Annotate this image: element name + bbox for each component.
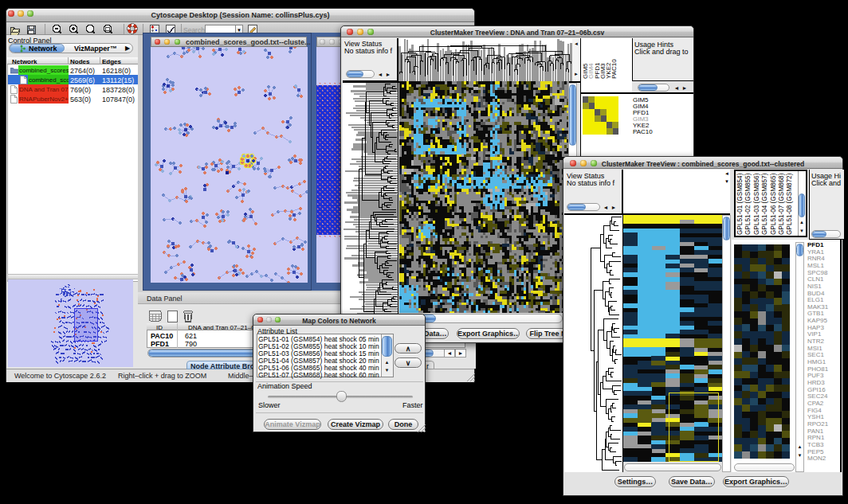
svg-text:GPL51-03 (GSM856): GPL51-03 (GSM856): [753, 173, 760, 235]
svg-text:GPL51-06 (GSM865): GPL51-06 (GSM865): [770, 173, 777, 235]
svg-text:GPL51-01 (GSM854): GPL51-01 (GSM854): [736, 173, 744, 235]
svg-text:GPL51-08 (GSM872): GPL51-08 (GSM872): [786, 173, 793, 235]
svg-text:GPL51-02 (GSM855): GPL51-02 (GSM855): [744, 173, 752, 235]
svg-text:PAC10: PAC10: [610, 59, 618, 79]
svg-text:GPL51-07 (GSM868): GPL51-07 (GSM868): [778, 173, 785, 235]
svg-text:GPL51-04 (GSM857): GPL51-04 (GSM857): [761, 173, 768, 235]
